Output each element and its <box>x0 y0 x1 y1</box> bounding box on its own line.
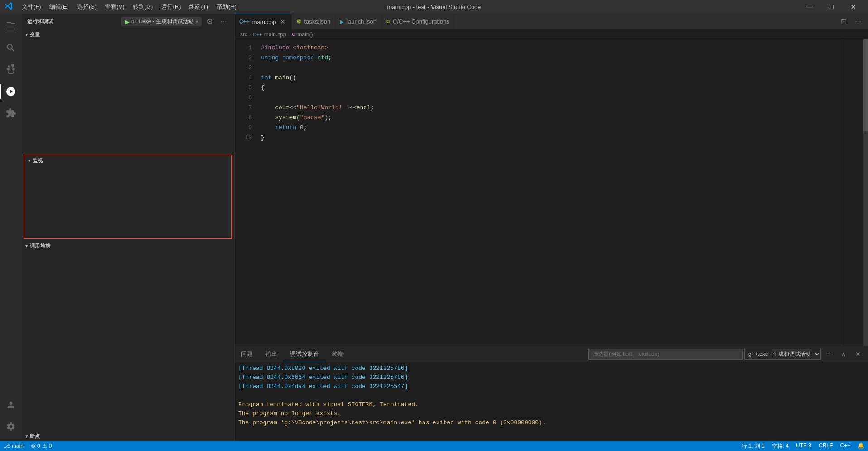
title-bar: 文件(F) 编辑(E) 选择(S) 查看(V) 转到(G) 运行(R) 终端(T… <box>0 0 868 14</box>
cpp-config-icon: ⚙ <box>386 19 390 24</box>
line-col-label: 行 1, 列 1 <box>742 442 765 450</box>
status-encoding[interactable]: UTF-8 <box>792 442 815 449</box>
panel-wrap-button[interactable]: ≡ <box>823 348 835 360</box>
sidebar-item-settings[interactable] <box>0 416 22 437</box>
menu-file[interactable]: 文件(F) <box>18 2 45 12</box>
code-content[interactable]: #include <iostream> using namespace std;… <box>257 39 841 346</box>
activity-bar <box>0 14 22 441</box>
warning-icon: ⚠ <box>42 443 47 449</box>
panel-filter-input[interactable] <box>588 349 743 360</box>
debug-config-selector[interactable]: ▶ g++.exe - 生成和调试活动 ▾ <box>121 17 202 26</box>
variables-label: 变量 <box>30 31 40 38</box>
tab-main-cpp[interactable]: C++ main.cpp ✕ <box>235 14 292 29</box>
code-line-5: { <box>261 83 841 93</box>
breadcrumb-symbol[interactable]: main() <box>298 31 313 38</box>
panel-tab-problems[interactable]: 问题 <box>235 346 259 362</box>
status-eol[interactable]: CRLF <box>815 442 836 449</box>
title-bar-menu: 文件(F) 编辑(E) 选择(S) 查看(V) 转到(G) 运行(R) 终端(T… <box>18 2 240 12</box>
code-line-9: return 0; <box>261 123 841 133</box>
tab-label: main.cpp <box>252 19 276 25</box>
minimap-scrollbar[interactable] <box>863 39 868 346</box>
minimize-button[interactable]: — <box>799 0 820 14</box>
editor-area: C++ main.cpp ✕ ⚙ tasks.json ▶ launch.jso… <box>235 14 868 441</box>
minimap-thumb <box>863 39 868 131</box>
status-branch-label: main <box>12 443 24 449</box>
debug-sidebar: 运行和调试 ▶ g++.exe - 生成和调试活动 ▾ ⚙ ··· ▾ 变量 <box>22 14 235 441</box>
status-errors[interactable]: ⊗ 0 ⚠ 0 <box>27 441 55 451</box>
code-editor[interactable]: 1 2 3 4 5 6 7 8 9 10 #include <iostream>… <box>235 39 868 346</box>
panel-tab-debug-console[interactable]: 调试控制台 <box>284 346 326 362</box>
callstack-header[interactable]: ▾ 调用堆栈 <box>22 241 234 251</box>
minimap <box>841 39 868 346</box>
menu-help[interactable]: 帮助(H) <box>213 2 240 12</box>
feedback-icon: 🔔 <box>858 442 864 449</box>
status-branch[interactable]: ⎇ main <box>0 441 27 451</box>
watch-header[interactable]: ▾ 监视 <box>24 155 231 165</box>
tab-tasks-json[interactable]: ⚙ tasks.json <box>292 14 335 29</box>
tab-cpp-config[interactable]: ⚙ C/C++ Configurations <box>381 14 454 29</box>
terminal-line-5: Program terminated with signal SIGTERM, … <box>238 400 864 409</box>
language-label: C++ <box>840 442 850 449</box>
debug-more-button[interactable]: ··· <box>218 16 229 27</box>
status-spaces[interactable]: 空格: 4 <box>768 442 792 450</box>
breakpoints-header[interactable]: ▾ 断点 <box>22 431 234 441</box>
panel-config-dropdown[interactable]: g++.exe - 生成和调试活动 <box>744 349 821 360</box>
sidebar-item-source-control[interactable] <box>0 59 22 81</box>
menu-goto[interactable]: 转到(G) <box>129 2 157 12</box>
panel-tab-terminal[interactable]: 终端 <box>326 346 350 362</box>
terminal-line-2: [Thread 8344.0x6664 exited with code 322… <box>238 373 864 382</box>
encoding-label: UTF-8 <box>796 442 811 449</box>
sidebar-item-explorer[interactable] <box>0 15 22 37</box>
error-icon: ⊗ <box>31 443 35 449</box>
sidebar-title-area: 运行和调试 <box>27 18 53 25</box>
breadcrumb-src[interactable]: src <box>240 31 247 38</box>
code-line-3 <box>261 63 841 73</box>
panel-tab-output[interactable]: 输出 <box>259 346 284 362</box>
tab-close-button[interactable]: ✕ <box>279 18 287 26</box>
code-line-1: #include <iostream> <box>261 43 841 53</box>
sidebar-item-search[interactable] <box>0 37 22 59</box>
panel-tabs: 问题 输出 调试控制台 终端 g++.exe - 生成和调试活动 ≡ ∧ ✕ <box>235 346 868 362</box>
tab-actions: ⊡ ··· <box>837 14 868 29</box>
breakpoints-section: ▾ 断点 <box>22 431 234 441</box>
code-line-6 <box>261 93 841 103</box>
play-icon: ▶ <box>125 18 130 25</box>
split-editor-button[interactable]: ⊡ <box>837 15 850 28</box>
status-feedback[interactable]: 🔔 <box>854 442 868 449</box>
watch-content <box>24 165 231 238</box>
sidebar-item-account[interactable] <box>0 394 22 416</box>
menu-edit[interactable]: 编辑(E) <box>46 2 72 12</box>
chevron-down-icon: ▾ <box>25 32 28 37</box>
spaces-label: 空格: 4 <box>772 442 789 450</box>
menu-select[interactable]: 选择(S) <box>73 2 100 12</box>
menu-run[interactable]: 运行(R) <box>157 2 184 12</box>
panel-close-button[interactable]: ✕ <box>852 348 864 360</box>
status-language[interactable]: C++ <box>836 442 854 449</box>
tab-label: launch.json <box>347 18 376 25</box>
breadcrumb-separator: › <box>288 31 290 38</box>
terminal-line-3: [Thread 8344.0x4da4 exited with code 322… <box>238 382 864 391</box>
vscode-file-icon: ▶ <box>340 19 344 25</box>
sidebar-item-run-debug[interactable] <box>0 81 22 102</box>
variables-header[interactable]: ▾ 变量 <box>22 29 234 39</box>
menu-terminal[interactable]: 终端(T) <box>185 2 212 12</box>
debug-settings-button[interactable]: ⚙ <box>204 16 215 27</box>
maximize-button[interactable]: □ <box>821 0 842 14</box>
panel-collapse-button[interactable]: ∧ <box>837 348 850 360</box>
json-file-icon: ⚙ <box>296 19 301 25</box>
more-actions-button[interactable]: ··· <box>852 15 864 28</box>
tab-launch-json[interactable]: ▶ launch.json <box>335 14 381 29</box>
breadcrumb-symbol-icon: ⊕ <box>292 31 296 37</box>
panel-content: [Thread 8344.0x8020 exited with code 322… <box>235 362 868 441</box>
terminal-line-6: The program no longer exists. <box>238 409 864 418</box>
panel-actions: g++.exe - 生成和调试活动 ≡ ∧ ✕ <box>588 348 868 360</box>
code-line-8: system("pause"); <box>261 113 841 123</box>
cpp-file-icon: C++ <box>239 19 250 25</box>
sidebar-item-extensions[interactable] <box>0 102 22 124</box>
chevron-down-icon: ▾ <box>28 158 31 163</box>
breadcrumb-filename[interactable]: main.cpp <box>264 31 286 38</box>
code-line-4: int main() <box>261 73 841 83</box>
close-button[interactable]: ✕ <box>843 0 863 14</box>
menu-view[interactable]: 查看(V) <box>101 2 128 12</box>
status-line-col[interactable]: 行 1, 列 1 <box>738 442 768 450</box>
